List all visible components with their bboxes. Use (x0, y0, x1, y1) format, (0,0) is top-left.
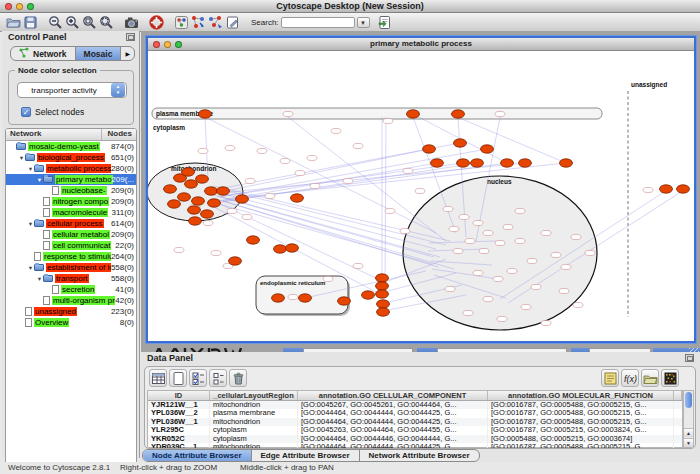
annotation-button[interactable] (224, 14, 241, 30)
table-row-ypl036w__2[interactable]: YPL036W__2plasma membrane[GO:0044464, GO… (148, 409, 682, 417)
network-node-small[interactable] (495, 240, 505, 245)
network-node[interactable] (481, 145, 494, 153)
network-node[interactable] (199, 110, 212, 118)
expand-triangle-icon[interactable]: ▼ (27, 221, 34, 227)
help-lifesaver-button[interactable] (148, 14, 165, 30)
network-node[interactable] (196, 175, 209, 183)
table-scrollbar[interactable]: ▲ ▼ (683, 390, 694, 448)
table-cell[interactable]: [GO:0016787, GO:0005488, GO:0005215, G..… (488, 418, 674, 426)
table-row-ykr052c[interactable]: YKR052Ccytoplasm[GO:0044464, GO:0044446,… (148, 435, 682, 443)
network-node[interactable] (189, 217, 202, 225)
network-node[interactable] (182, 168, 195, 176)
network-node[interactable] (286, 244, 299, 252)
tree-row-overview[interactable]: Overview8(0) (6, 317, 136, 328)
network-node[interactable] (377, 308, 390, 316)
attribute-note-button[interactable] (601, 369, 619, 387)
table-cell[interactable]: [GO:0045267, GO:0045261, GO:0044464, G..… (298, 401, 488, 409)
network-node[interactable] (457, 159, 470, 167)
table-cell[interactable]: [GO:0016787, GO:0005215, GO:0003824, G..… (488, 426, 674, 434)
scrollbar-thumb[interactable] (685, 392, 692, 408)
network-node-small[interactable] (174, 247, 184, 252)
network-node-small[interactable] (343, 178, 353, 183)
network-node-small[interactable] (479, 248, 489, 253)
network-canvas[interactable]: plasma membranecytoplasmmitochondrionnuc… (148, 51, 694, 341)
unselect-attributes-button[interactable] (209, 369, 227, 387)
tree-row-macromolecule[interactable]: macromolecule311(0) (6, 207, 136, 218)
align-nodes-button[interactable] (207, 14, 224, 30)
network-node[interactable] (519, 159, 532, 167)
network-node-small[interactable] (559, 288, 569, 293)
network-view-window[interactable]: primary metabolic process plasma membran… (146, 36, 696, 343)
formula-builder-button[interactable]: f(x) (621, 369, 639, 387)
network-node[interactable] (423, 145, 436, 153)
search-dropdown-button[interactable]: ▼ (357, 17, 370, 28)
network-node-small[interactable] (483, 296, 493, 301)
table-row-ypl036w__1[interactable]: YPL036W__1mitochondrion[GO:0044464, GO:0… (148, 418, 682, 426)
table-cell[interactable]: [GO:0016787, GO:0005488, GO:0005215, G..… (488, 443, 674, 449)
network-node-small[interactable] (459, 214, 469, 219)
network-node-small[interactable] (288, 294, 298, 299)
network-node-small[interactable] (353, 263, 363, 268)
expand-triangle-icon[interactable]: ▼ (36, 276, 43, 282)
network-node-small[interactable] (473, 270, 483, 275)
network-node-small[interactable] (257, 148, 267, 153)
network-node-small[interactable] (573, 302, 583, 307)
zoom-in-button[interactable] (64, 14, 81, 30)
table-cell[interactable]: cytoplasm (210, 435, 298, 443)
network-node[interactable] (201, 210, 214, 218)
tree-row-secretion[interactable]: secretion41(0) (6, 284, 136, 295)
network-node[interactable] (247, 236, 260, 244)
table-cell[interactable]: [GO:0045263, GO:0044464, GO:0044455, G..… (298, 426, 488, 434)
network-node-small[interactable] (242, 214, 252, 219)
network-node-small[interactable] (283, 111, 293, 116)
float-panel-icon[interactable] (126, 33, 135, 41)
network-node[interactable] (407, 110, 420, 118)
vizmapper-button[interactable] (173, 14, 190, 30)
tree-row-biological-process[interactable]: ▼biological_process651(0) (6, 152, 136, 163)
network-node-small[interactable] (463, 310, 473, 315)
import-attribute-file-button[interactable] (641, 369, 659, 387)
table-cell[interactable]: [GO:0044464, GO:0044446, GO:0044444, G..… (298, 435, 488, 443)
network-node-small[interactable] (551, 252, 561, 257)
column-header-4[interactable]: annotation.GO MOLECULAR_FUNCTION (488, 391, 674, 400)
network-node[interactable] (376, 282, 389, 290)
column-header-2[interactable]: _cellularLayoutRegion (210, 391, 298, 400)
network-node[interactable] (431, 159, 444, 167)
tab-edge-attribute-browser[interactable]: Edge Attribute Browser (252, 450, 360, 461)
network-node[interactable] (236, 195, 249, 203)
search-input[interactable] (281, 17, 355, 28)
network-node-small[interactable] (521, 304, 531, 309)
expand-triangle-icon[interactable]: ▼ (27, 265, 34, 271)
network-node-small[interactable] (495, 111, 505, 116)
save-session-button[interactable] (22, 14, 39, 30)
network-node-small[interactable] (507, 268, 517, 273)
table-cell[interactable]: [GO:0044464, GO:0044444, GO:0044425, G..… (298, 418, 488, 426)
network-node[interactable] (362, 291, 375, 299)
network-window-titlebar[interactable]: primary metabolic process (148, 38, 694, 51)
zoom-selected-region-button[interactable] (81, 14, 98, 30)
network-node[interactable] (178, 193, 191, 201)
tree-row-metabolic-process[interactable]: ▼metabolic process280(0) (6, 163, 136, 174)
network-node-small[interactable] (323, 276, 333, 281)
tree-row-cellular-metabol[interactable]: cellular metabol209(0) (6, 229, 136, 240)
create-attribute-button[interactable] (169, 369, 187, 387)
network-node-small[interactable] (531, 284, 541, 289)
network-node-small[interactable] (225, 145, 235, 150)
network-node[interactable] (376, 274, 389, 282)
table-cell[interactable]: YLR295C (148, 426, 210, 434)
network-node[interactable] (229, 257, 242, 265)
table-cell[interactable]: YPL036W__2 (148, 409, 210, 417)
expand-triangle-icon[interactable]: ▼ (18, 155, 25, 161)
select-nodes-checkbox[interactable]: ✓ (21, 107, 31, 117)
network-node-small[interactable] (310, 183, 320, 188)
tree-row-transport[interactable]: ▼transport558(0) (6, 273, 136, 284)
tab-node-attribute-browser[interactable]: Node Attribute Browser (143, 450, 252, 461)
network-node-small[interactable] (443, 206, 453, 211)
network-node-small[interactable] (515, 208, 525, 213)
network-node[interactable] (188, 206, 201, 214)
network-node-small[interactable] (385, 208, 395, 213)
network-node-small[interactable] (493, 276, 503, 281)
network-node[interactable] (192, 197, 205, 205)
attribute-matrix-button[interactable] (661, 369, 679, 387)
network-node-small[interactable] (585, 250, 595, 255)
